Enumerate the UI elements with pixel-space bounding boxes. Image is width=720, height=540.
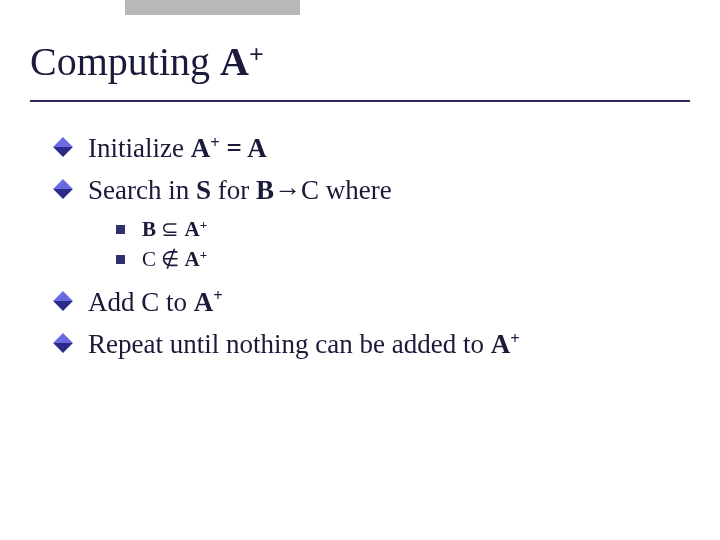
title-superscript: +	[249, 40, 264, 69]
sub-bullet-notin: C ∉ A+	[116, 245, 680, 273]
diamond-bullet-icon	[53, 333, 73, 353]
relation-subset: ⊆	[156, 217, 185, 241]
slide: Computing A+ Initialize A+ = A Search in…	[0, 0, 720, 540]
text: for	[211, 175, 256, 205]
slide-title: Computing A+	[30, 39, 264, 84]
bullet-add: Add C to A+	[56, 284, 680, 320]
top-accent-bar	[125, 0, 300, 15]
bullet-initialize: Initialize A+ = A	[56, 130, 680, 166]
sym-C: C	[142, 247, 156, 271]
text: Search in	[88, 175, 196, 205]
text: Initialize	[88, 133, 191, 163]
sup-plus: +	[200, 247, 207, 262]
text: C where	[301, 175, 392, 205]
diamond-bullet-icon	[53, 291, 73, 311]
sup-plus: +	[510, 329, 520, 348]
sym-A: A	[191, 133, 211, 163]
sup-plus: +	[210, 133, 220, 152]
title-text: Computing	[30, 39, 220, 84]
text: = A	[220, 133, 267, 163]
arrow-icon: →	[274, 175, 301, 205]
title-area: Computing A+	[30, 38, 690, 85]
bullet-repeat: Repeat until nothing can be added to A+	[56, 326, 680, 362]
bullet-search: Search in S for B→C where	[56, 172, 680, 208]
square-bullet-icon	[116, 225, 125, 234]
sym-B: B	[142, 217, 156, 241]
title-underline	[30, 100, 690, 102]
text: Add C to	[88, 287, 194, 317]
body-content: Initialize A+ = A Search in S for B→C wh…	[56, 130, 680, 368]
sup-plus: +	[200, 217, 207, 232]
sym-S: S	[196, 175, 211, 205]
sym-A: A	[491, 329, 511, 359]
sub-bullet-subset: B ⊆ A+	[116, 215, 680, 243]
square-bullet-icon	[116, 255, 125, 264]
sym-A: A	[185, 217, 200, 241]
sup-plus: +	[213, 286, 223, 305]
title-symbol: A	[220, 39, 249, 84]
diamond-bullet-icon	[53, 137, 73, 157]
sym-B: B	[256, 175, 274, 205]
sym-A: A	[194, 287, 214, 317]
sub-bullets: B ⊆ A+ C ∉ A+	[116, 215, 680, 274]
relation-notin: ∉	[156, 247, 185, 271]
diamond-bullet-icon	[53, 180, 73, 200]
text: Repeat until nothing can be added to	[88, 329, 491, 359]
sym-A: A	[185, 247, 200, 271]
